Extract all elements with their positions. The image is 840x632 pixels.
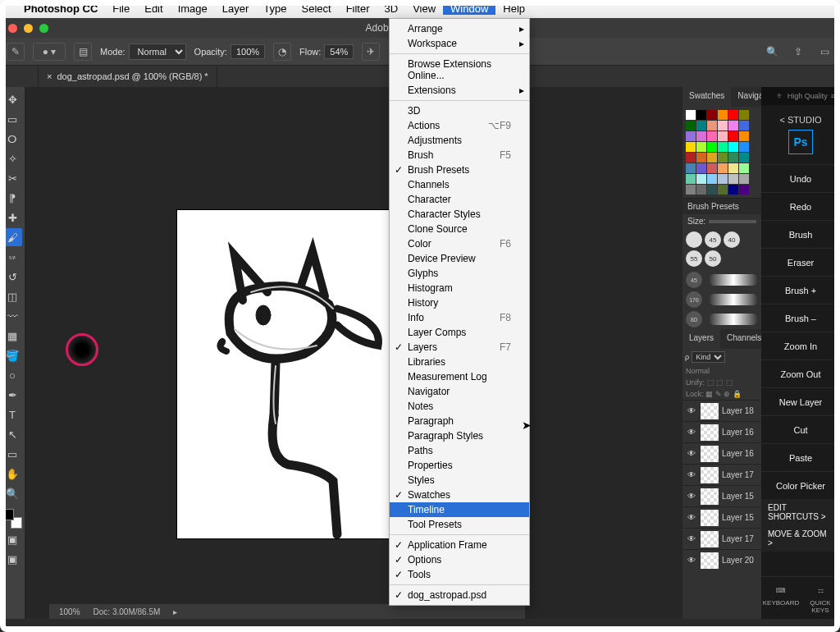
type-tool[interactable]: T xyxy=(2,405,22,424)
layer-row[interactable]: 👁Layer 17 xyxy=(682,528,761,549)
studio-color-picker-button[interactable]: Color Picker xyxy=(761,471,840,499)
menu-item-arrange[interactable]: Arrange▸ xyxy=(390,21,529,36)
menu-item-glyphs[interactable]: Glyphs xyxy=(390,266,529,281)
swatch[interactable] xyxy=(728,131,738,141)
menu-edit[interactable]: Edit xyxy=(137,2,170,15)
menu-item-actions[interactable]: Actions⌥F9 xyxy=(390,118,529,133)
menu-item-paths[interactable]: Paths xyxy=(390,443,529,458)
swatch[interactable] xyxy=(718,185,728,195)
layers-list[interactable]: 👁Layer 18👁Layer 16👁Layer 16👁Layer 17👁Lay… xyxy=(682,400,761,619)
studio-undo-button[interactable]: Undo xyxy=(761,164,840,192)
swatch[interactable] xyxy=(686,110,696,120)
pen-tool[interactable]: ✒ xyxy=(2,386,22,404)
swatch[interactable] xyxy=(718,131,728,141)
brush-preset-grid[interactable]: 45405550 xyxy=(682,228,761,270)
layer-thumb[interactable] xyxy=(701,424,719,441)
brush-preset[interactable]: 80 xyxy=(686,311,702,327)
layer-row[interactable]: 👁Layer 15 xyxy=(682,485,761,506)
menu-file[interactable]: File xyxy=(105,2,137,15)
menu-item-layers[interactable]: ✓LayersF7 xyxy=(390,340,529,355)
menu-item-dog-astropad-psd[interactable]: ✓dog_astropad.psd xyxy=(390,588,529,602)
studio-new-layer-button[interactable]: New Layer xyxy=(761,387,840,415)
brush-tool[interactable]: 🖌 xyxy=(2,228,22,246)
menu-type[interactable]: Type xyxy=(256,2,294,15)
visibility-icon[interactable]: 👁 xyxy=(686,513,697,522)
brush-preset[interactable] xyxy=(686,231,702,248)
layers-tab[interactable]: Layers xyxy=(682,329,720,349)
menu-item-brush[interactable]: BrushF5 xyxy=(390,148,529,163)
swatch[interactable] xyxy=(739,174,749,184)
menu-item-character[interactable]: Character xyxy=(390,192,529,207)
visibility-icon[interactable]: 👁 xyxy=(686,556,697,565)
zoom-tool[interactable]: 🔍 xyxy=(2,484,22,502)
window-menu-dropdown[interactable]: Arrange▸Workspace▸Browse Extensions Onli… xyxy=(389,18,530,606)
maximize-window-icon[interactable] xyxy=(39,24,48,33)
swatch[interactable] xyxy=(739,131,749,141)
swatch[interactable] xyxy=(728,121,738,131)
wand-tool[interactable]: ✧ xyxy=(2,149,22,167)
path-tool[interactable]: ↖ xyxy=(2,425,22,443)
menu-3d[interactable]: 3D xyxy=(377,2,406,15)
visibility-icon[interactable]: 👁 xyxy=(686,428,697,437)
studio-cut-button[interactable]: Cut xyxy=(761,415,840,443)
canvas-area[interactable]: 100% Doc: 3.00M/86.5M ▸ xyxy=(25,87,682,619)
studio-eraser-button[interactable]: Eraser xyxy=(761,248,840,276)
swatch[interactable] xyxy=(728,110,738,120)
mode-select[interactable]: Normal xyxy=(129,44,186,60)
menu-item-color[interactable]: ColorF6 xyxy=(390,236,529,251)
visibility-icon[interactable]: 👁 xyxy=(686,492,697,501)
menu-item-browse-extensions-online-[interactable]: Browse Extensions Online... xyxy=(390,57,529,83)
layer-thumb[interactable] xyxy=(701,467,719,483)
layer-thumb[interactable] xyxy=(701,552,719,569)
studio-back[interactable]: < STUDIO xyxy=(779,115,821,125)
menu-help[interactable]: Help xyxy=(495,2,532,15)
studio-redo-button[interactable]: Redo xyxy=(761,192,840,220)
layer-row[interactable]: 👁Layer 16 xyxy=(682,442,761,464)
visibility-icon[interactable]: 👁 xyxy=(686,534,697,543)
swatch[interactable] xyxy=(686,185,696,195)
menu-item-extensions[interactable]: Extensions▸ xyxy=(390,83,529,98)
menu-item-paragraph-styles[interactable]: Paragraph Styles xyxy=(390,428,529,443)
swatch[interactable] xyxy=(707,185,717,195)
swatches-grid[interactable] xyxy=(682,107,761,198)
move-tool[interactable]: ✥ xyxy=(2,90,22,108)
quick-mask-tool[interactable]: ▣ xyxy=(2,530,22,548)
menu-item-brush-presets[interactable]: ✓Brush Presets xyxy=(390,163,529,177)
layer-row[interactable]: 👁Layer 15 xyxy=(682,506,761,528)
layer-row[interactable]: 👁Layer 18 xyxy=(682,400,761,421)
swatch[interactable] xyxy=(686,153,696,163)
dodge-tool[interactable]: ○ xyxy=(2,366,22,384)
visibility-icon[interactable]: 👁 xyxy=(686,470,697,479)
layer-thumb[interactable] xyxy=(701,403,719,419)
opacity-field[interactable]: 100% xyxy=(231,44,265,59)
screen-mode-tool[interactable]: ▣ xyxy=(2,550,22,568)
app-name[interactable]: Photoshop CC xyxy=(16,0,105,18)
eraser-tool[interactable]: ◫ xyxy=(2,287,22,305)
swatch[interactable] xyxy=(707,174,717,184)
search-icon[interactable]: 🔍 xyxy=(763,43,781,61)
menu-item-measurement-log[interactable]: Measurement Log xyxy=(390,369,529,384)
brush-stroke-preview[interactable] xyxy=(709,274,758,286)
layer-row[interactable]: 👁Layer 20 xyxy=(682,549,761,570)
edit-shortcuts-section[interactable]: EDIT SHORTCUTS > xyxy=(761,499,840,525)
share-icon[interactable]: ⇪ xyxy=(789,43,807,61)
menu-item-layer-comps[interactable]: Layer Comps xyxy=(390,325,529,340)
swatch[interactable] xyxy=(718,121,728,131)
tool-preset-icon[interactable]: ✎ xyxy=(7,43,25,61)
layer-name[interactable]: Layer 18 xyxy=(722,406,758,415)
brush-preset[interactable]: 45 xyxy=(686,272,702,288)
swatch[interactable] xyxy=(696,163,706,173)
menu-item-histogram[interactable]: Histogram xyxy=(390,281,529,295)
swatch[interactable] xyxy=(707,121,717,131)
swatch[interactable] xyxy=(686,163,696,173)
menu-item-tools[interactable]: ✓Tools xyxy=(390,567,529,582)
swatch[interactable] xyxy=(696,121,706,131)
menu-icon[interactable]: ≡ xyxy=(831,92,835,100)
close-window-icon[interactable] xyxy=(8,24,17,33)
swatch[interactable] xyxy=(707,153,717,163)
brush-preset[interactable]: 45 xyxy=(705,231,721,248)
swatch[interactable] xyxy=(696,142,706,152)
bucket-tool[interactable]: 🪣 xyxy=(2,346,22,364)
menu-item-styles[interactable]: Styles xyxy=(390,473,529,488)
menu-item-tool-presets[interactable]: Tool Presets xyxy=(390,517,529,532)
